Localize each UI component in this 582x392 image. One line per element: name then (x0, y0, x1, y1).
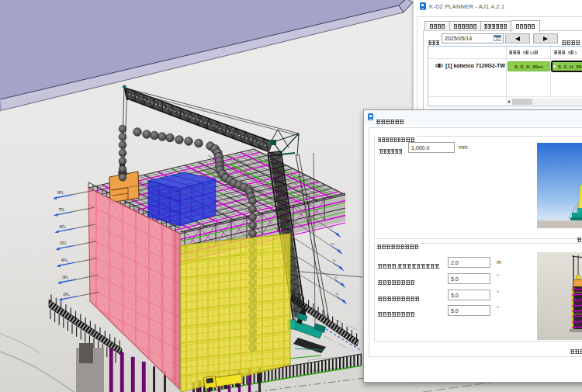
svg-text:10: 10 (334, 276, 338, 279)
svg-text:5FL: 5FL (61, 241, 68, 245)
svg-text:6FL: 6FL (59, 224, 66, 229)
svg-text:4FL: 4FL (61, 258, 68, 262)
svg-text:10: 10 (329, 225, 333, 229)
svg-text:10: 10 (335, 292, 339, 296)
svg-text:3FL: 3FL (62, 275, 69, 279)
svg-text:10: 10 (331, 242, 334, 246)
svg-text:8FL: 8FL (57, 190, 64, 195)
svg-text:7FL: 7FL (58, 207, 65, 212)
svg-text:10: 10 (332, 258, 336, 262)
svg-text:2FL: 2FL (63, 292, 70, 297)
